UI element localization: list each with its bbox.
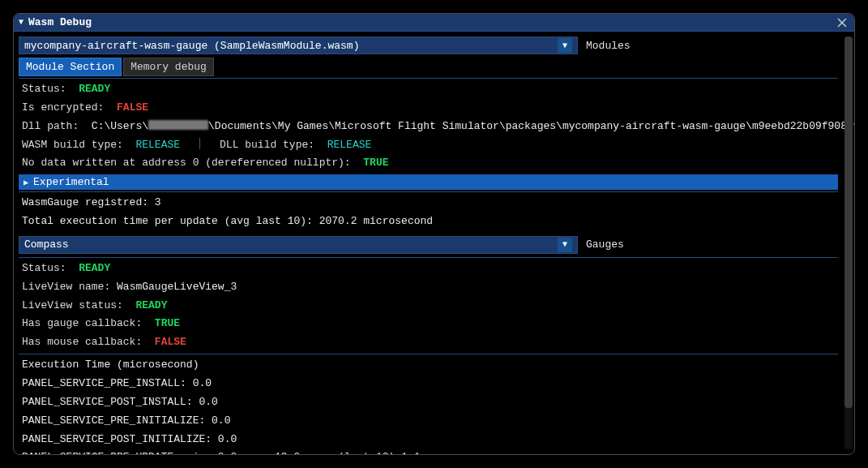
exec-line: PANEL_SERVICE_PRE_INSTALL: 0.0 — [19, 375, 838, 393]
gauge-combo-label: Gauges — [586, 238, 624, 251]
divider — [19, 354, 838, 354]
close-button[interactable] — [835, 15, 849, 30]
exec-line: PANEL_SERVICE_PRE_UPDATE: min: 0.0, max … — [19, 449, 838, 454]
exec-line: PANEL_SERVICE_PRE_INITIALIZE: 0.0 — [19, 412, 838, 431]
collapse-icon[interactable]: ▼ — [19, 18, 24, 27]
gauge-selector-row: Compass ▼ Gauges — [19, 236, 838, 254]
exec-line: PANEL_SERVICE_POST_INITIALIZE: 0.0 — [19, 431, 838, 449]
module-combo-label: Modules — [586, 40, 631, 52]
total-exec-time: Total execution time per update (avg las… — [19, 213, 838, 231]
divider — [19, 78, 838, 79]
encrypted-line: Is encrypted: FALSE — [19, 99, 838, 118]
module-combo-value: mycompany-aircraft-wasm-gauge (SampleWas… — [24, 40, 359, 52]
mouse-callback-line: Has mouse callback: FALSE — [19, 333, 838, 352]
status-line: Status: READY — [19, 80, 838, 99]
mouse-callback-value: FALSE — [155, 336, 186, 348]
tab-module-section[interactable]: Module Section — [19, 58, 122, 76]
chevron-down-icon: ▼ — [558, 238, 572, 252]
build-type-line: WASM build type: RELEASEDLL build type: … — [19, 136, 838, 155]
exec-line: PANEL_SERVICE_POST_INSTALL: 0.0 — [19, 393, 838, 412]
encrypted-value: FALSE — [117, 101, 148, 114]
dll-path-line: Dll path: C:\Users\\Documents\My Games\M… — [19, 118, 838, 136]
scrollbar[interactable] — [844, 36, 853, 449]
wasmgauge-registered: WasmGauge registred: 3 — [19, 194, 838, 213]
module-selector-row: mycompany-aircraft-wasm-gauge (SampleWas… — [19, 36, 838, 54]
gauge-callback-value: TRUE — [155, 317, 180, 329]
window-body: mycompany-aircraft-wasm-gauge (SampleWas… — [14, 32, 854, 454]
status-value: READY — [79, 83, 110, 95]
liveview-status-value: READY — [135, 299, 167, 311]
scrollbar-thumb[interactable] — [844, 36, 853, 408]
tab-memory-debug[interactable]: Memory debug — [123, 58, 214, 76]
gauge-combo-value: Compass — [24, 238, 69, 251]
redacted-user — [148, 120, 208, 130]
nullptr-value: TRUE — [363, 157, 388, 169]
expand-icon: ▶ — [24, 178, 28, 187]
wasm-build-value: RELEASE — [135, 139, 180, 151]
divider — [19, 191, 838, 192]
chevron-down-icon: ▼ — [558, 38, 572, 53]
liveview-name-line: LiveView name: WasmGaugeLiveView_3 — [19, 278, 838, 297]
nullptr-line: No data written at address 0 (dereferenc… — [19, 154, 838, 173]
dll-build-value: RELEASE — [327, 139, 372, 151]
experimental-expander[interactable]: ▶ Experimental — [19, 174, 838, 190]
module-combo[interactable]: mycompany-aircraft-wasm-gauge (SampleWas… — [19, 36, 578, 54]
gauge-status-value: READY — [79, 262, 110, 274]
window-title: Wasm Debug — [28, 16, 92, 28]
tab-bar: Module Section Memory debug — [19, 58, 838, 76]
gauge-callback-line: Has gauge callback: TRUE — [19, 315, 838, 333]
liveview-status-line: LiveView status: READY — [19, 297, 838, 316]
divider — [19, 257, 838, 258]
gauge-status-line: Status: READY — [19, 260, 838, 278]
experimental-label: Experimental — [33, 176, 109, 188]
liveview-name-value: WasmGaugeLiveView_3 — [117, 281, 237, 293]
exec-time-header: Execution Time (microsecond) — [19, 356, 838, 375]
gauge-combo[interactable]: Compass ▼ — [19, 236, 578, 254]
wasm-debug-window: ▼ Wasm Debug mycompany-aircraft-wasm-gau… — [13, 13, 855, 455]
window-titlebar[interactable]: ▼ Wasm Debug — [14, 14, 854, 32]
